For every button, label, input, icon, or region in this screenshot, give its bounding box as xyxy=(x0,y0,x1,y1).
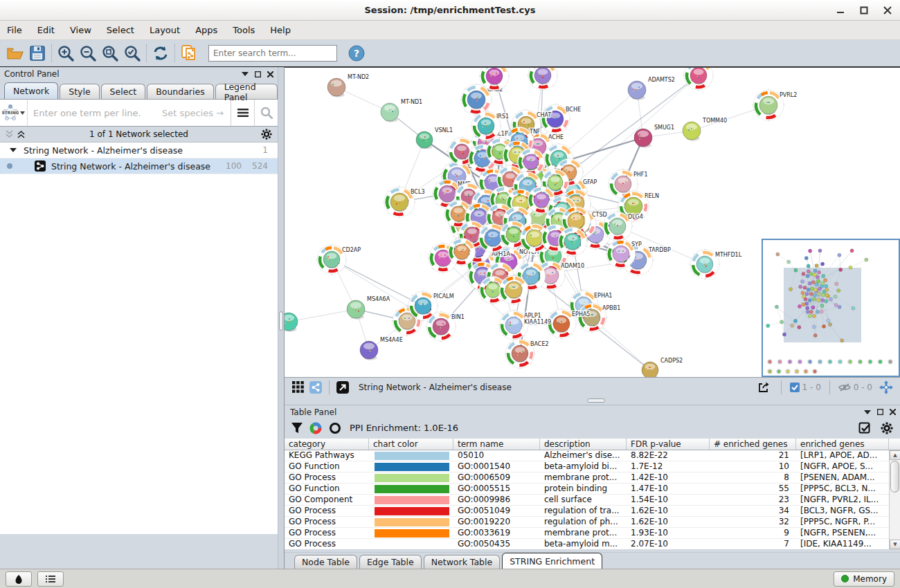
export-image-button[interactable] xyxy=(755,379,773,396)
menu-edit[interactable]: Edit xyxy=(37,25,55,35)
enrichment-table[interactable]: categorychart colorterm namedescriptionF… xyxy=(285,439,900,549)
tree-expand-caret-icon[interactable] xyxy=(10,148,17,152)
table-row[interactable]: GO ProcessGO:0006509membrane prot...1.42… xyxy=(285,472,900,484)
tab-select[interactable]: Select xyxy=(101,84,146,99)
set-species-label[interactable]: Set species → xyxy=(162,108,224,118)
string-options-button[interactable] xyxy=(231,100,254,126)
column-header-chart-color[interactable]: chart color xyxy=(369,439,453,450)
enrichment-table-header[interactable]: categorychart colorterm namedescriptionF… xyxy=(285,439,900,450)
task-history-button[interactable] xyxy=(37,571,64,587)
memory-button[interactable]: Memory xyxy=(834,571,894,587)
chart-settings-button[interactable] xyxy=(309,422,322,434)
cell-description: membrane prot... xyxy=(540,472,627,483)
column-header-term-name[interactable]: term name xyxy=(453,439,540,450)
table-row[interactable]: KEGG Pathways05010Alzheimer's dise...8.8… xyxy=(285,450,900,461)
vertical-splitter-handle[interactable] xyxy=(279,311,283,331)
menu-layout[interactable]: Layout xyxy=(150,25,180,35)
pan-navigation-button[interactable] xyxy=(876,379,896,396)
import-network-button[interactable] xyxy=(178,42,200,64)
chart-color-swatch xyxy=(375,529,449,538)
network-node-count: 100 xyxy=(226,161,242,171)
minimize-button[interactable] xyxy=(835,5,846,16)
menu-help[interactable]: Help xyxy=(270,25,291,35)
horizontal-splitter[interactable] xyxy=(285,396,900,405)
column-header-FDR-p-value[interactable]: FDR p-value xyxy=(627,439,710,450)
table-row[interactable]: GO ProcessGO:0051049regulation of tra...… xyxy=(285,506,900,517)
menu-file[interactable]: File xyxy=(7,25,22,35)
svg-text:TNF: TNF xyxy=(529,129,541,135)
zoom-selected-button[interactable] xyxy=(121,42,143,64)
menu-tools[interactable]: Tools xyxy=(233,25,255,35)
network-row-selected[interactable]: String Network - Alzheimer's disease 100… xyxy=(0,158,278,174)
tab-boundaries[interactable]: Boundaries xyxy=(147,84,213,99)
network-options-button[interactable] xyxy=(261,129,272,140)
horizontal-splitter-handle[interactable] xyxy=(587,398,605,403)
enrichment-table-body[interactable]: KEGG Pathways05010Alzheimer's dise...8.8… xyxy=(285,450,900,549)
table-row[interactable]: GO ProcessGO:0019220regulation of ph...1… xyxy=(285,517,900,528)
table-settings-button[interactable] xyxy=(881,422,893,434)
zoom-in-button[interactable] xyxy=(55,42,77,64)
string-logo[interactable]: STRING xyxy=(0,100,28,126)
network-collection-row[interactable]: String Network - Alzheimer's disease 1 xyxy=(0,143,278,158)
scroll-down-button[interactable]: ▼ xyxy=(890,540,900,549)
close-button[interactable] xyxy=(882,5,893,16)
tab-style[interactable]: Style xyxy=(60,84,99,99)
column-header-category[interactable]: category xyxy=(285,439,369,450)
tab-edge-table[interactable]: Edge Table xyxy=(359,555,422,569)
panel-float-icon[interactable] xyxy=(877,409,883,415)
panel-menu-icon[interactable] xyxy=(242,71,249,77)
save-session-button[interactable] xyxy=(26,42,48,64)
refresh-button[interactable] xyxy=(150,42,172,64)
menu-view[interactable]: View xyxy=(70,25,91,35)
detach-view-button[interactable] xyxy=(334,379,352,396)
remove-chart-button[interactable] xyxy=(329,422,341,434)
table-vertical-scrollbar[interactable]: ▲ ▼ xyxy=(889,450,900,549)
table-row[interactable]: GO FunctionGO:0001540beta-amyloid bi...1… xyxy=(285,461,900,472)
string-term-input[interactable] xyxy=(28,108,162,118)
table-row[interactable]: GO ProcessGO:0050435beta-amyloid m...2.0… xyxy=(285,539,900,549)
birdseye-toggle-button[interactable] xyxy=(307,379,325,396)
table-row[interactable]: GO ComponentGO:0009986cell surface1.54E-… xyxy=(285,495,900,506)
application-window: Session: /tmp/enrichmentTest.cys FileEdi… xyxy=(0,0,900,588)
maximize-button[interactable] xyxy=(858,5,870,16)
vertical-splitter[interactable] xyxy=(278,67,285,569)
help-button[interactable]: ? xyxy=(345,42,368,64)
table-row[interactable]: GO ProcessGO:0033619membrane prot...1.93… xyxy=(285,528,900,539)
panel-float-icon[interactable] xyxy=(255,71,261,77)
panel-close-icon[interactable] xyxy=(267,71,273,77)
tab-network[interactable]: Network xyxy=(4,82,58,99)
tab-network-table[interactable]: Network Table xyxy=(424,555,501,569)
table-row[interactable]: GO FunctionGO:0005515protein binding1.47… xyxy=(285,484,900,495)
menu-select[interactable]: Select xyxy=(107,25,134,35)
column-header-description[interactable]: description xyxy=(540,439,627,450)
cell-fdr-pvalue: 1.7E-12 xyxy=(627,461,710,472)
grid-view-button[interactable] xyxy=(289,379,307,396)
tab-string-enrichment[interactable]: STRING Enrichment xyxy=(502,553,602,569)
panel-menu-icon[interactable] xyxy=(864,410,871,415)
donut-chart-icon xyxy=(309,422,322,434)
scroll-up-button[interactable]: ▲ xyxy=(890,450,900,460)
birds-eye-view[interactable] xyxy=(762,239,900,377)
menu-apps[interactable]: Apps xyxy=(195,25,217,35)
select-rows-button[interactable] xyxy=(858,422,871,434)
tab-node-table[interactable]: Node Table xyxy=(294,555,357,569)
tab-legend-panel[interactable]: Legend Panel xyxy=(215,84,278,99)
cell-category: GO Process xyxy=(285,472,369,483)
chart-color-swatch xyxy=(375,507,449,515)
scrollbar-thumb[interactable] xyxy=(890,461,899,493)
svg-text:VSNL1: VSNL1 xyxy=(435,127,453,134)
open-session-button[interactable] xyxy=(4,42,26,64)
search-input[interactable] xyxy=(208,45,337,62)
selected-checkbox-icon xyxy=(790,383,800,392)
tasks-button[interactable] xyxy=(6,571,32,587)
column-header-enriched-genes[interactable]: enriched genes xyxy=(796,439,889,450)
zoom-out-button[interactable] xyxy=(77,42,99,64)
filter-button[interactable] xyxy=(291,423,303,434)
string-search-button[interactable] xyxy=(254,100,278,126)
cell-term-name: GO:0006509 xyxy=(453,472,540,483)
column-header--enriched-genes[interactable]: # enriched genes xyxy=(710,439,796,450)
zoom-fit-button[interactable] xyxy=(99,42,121,64)
panel-close-icon[interactable] xyxy=(890,409,896,415)
network-canvas[interactable]: MT-ND2MT-ND1VSNL1GAB2ADAMTS2PVRL2TOMM40S… xyxy=(285,67,900,377)
memory-status-icon xyxy=(841,575,849,582)
